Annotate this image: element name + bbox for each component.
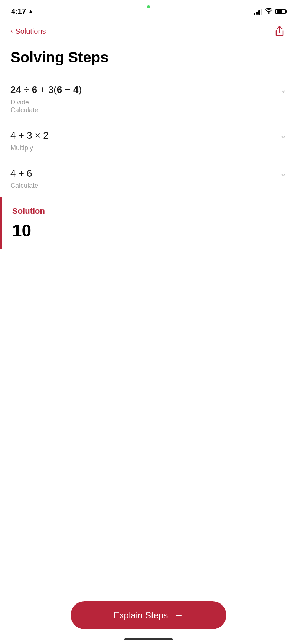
step-item-1[interactable]: 24 ÷ 6 + 3(6 − 4) DivideCalculate ⌄ bbox=[10, 76, 287, 122]
time-display: 4:17 bbox=[11, 7, 26, 16]
back-label: Solutions bbox=[15, 27, 46, 36]
step-description-1: DivideCalculate bbox=[10, 99, 276, 114]
notification-dot bbox=[147, 5, 150, 8]
solution-section: Solution 10 bbox=[0, 197, 297, 249]
step-item-3[interactable]: 4 + 6 Calculate ⌄ bbox=[10, 160, 287, 198]
step-item-2[interactable]: 4 + 3 × 2 Multiply ⌄ bbox=[10, 122, 287, 160]
share-icon bbox=[275, 26, 284, 37]
status-icons bbox=[254, 8, 286, 15]
signal-bar-1 bbox=[254, 13, 255, 15]
share-button[interactable] bbox=[272, 24, 287, 38]
step-expression-1: 24 ÷ 6 + 3(6 − 4) bbox=[10, 84, 276, 96]
location-icon: ▲ bbox=[28, 8, 34, 15]
status-time: 4:17 ▲ bbox=[11, 7, 34, 16]
step-content-1: 24 ÷ 6 + 3(6 − 4) DivideCalculate bbox=[10, 84, 276, 114]
back-chevron-icon: ‹ bbox=[10, 26, 13, 36]
status-bar: 4:17 ▲ bbox=[0, 0, 297, 20]
solution-label: Solution bbox=[12, 206, 287, 216]
steps-container: 24 ÷ 6 + 3(6 − 4) DivideCalculate ⌄ 4 + … bbox=[0, 76, 297, 197]
chevron-down-icon-3: ⌄ bbox=[280, 169, 287, 178]
bottom-area: Explain Steps → bbox=[0, 601, 297, 629]
chevron-down-icon-1: ⌄ bbox=[280, 85, 287, 95]
signal-bar-4 bbox=[261, 9, 262, 15]
chevron-down-icon-2: ⌄ bbox=[280, 131, 287, 141]
nav-bar: ‹ Solutions bbox=[0, 20, 297, 42]
step-content-3: 4 + 6 Calculate bbox=[10, 167, 276, 190]
wifi-icon bbox=[265, 8, 272, 15]
explain-steps-label: Explain Steps bbox=[114, 610, 168, 621]
step-description-3: Calculate bbox=[10, 182, 276, 190]
step-content-2: 4 + 3 × 2 Multiply bbox=[10, 129, 276, 152]
signal-bars bbox=[254, 9, 262, 15]
step-expression-2: 4 + 3 × 2 bbox=[10, 129, 276, 142]
battery-fill bbox=[277, 10, 282, 13]
back-button[interactable]: ‹ Solutions bbox=[10, 26, 46, 36]
step-expression-3: 4 + 6 bbox=[10, 167, 276, 180]
home-indicator bbox=[124, 638, 173, 640]
signal-bar-3 bbox=[258, 10, 260, 15]
explain-steps-button[interactable]: Explain Steps → bbox=[71, 601, 226, 629]
signal-bar-2 bbox=[256, 12, 258, 15]
step-description-2: Multiply bbox=[10, 144, 276, 152]
battery-icon bbox=[275, 9, 286, 14]
solution-value: 10 bbox=[12, 220, 287, 241]
arrow-right-icon: → bbox=[174, 609, 183, 621]
page-title: Solving Steps bbox=[0, 46, 297, 76]
